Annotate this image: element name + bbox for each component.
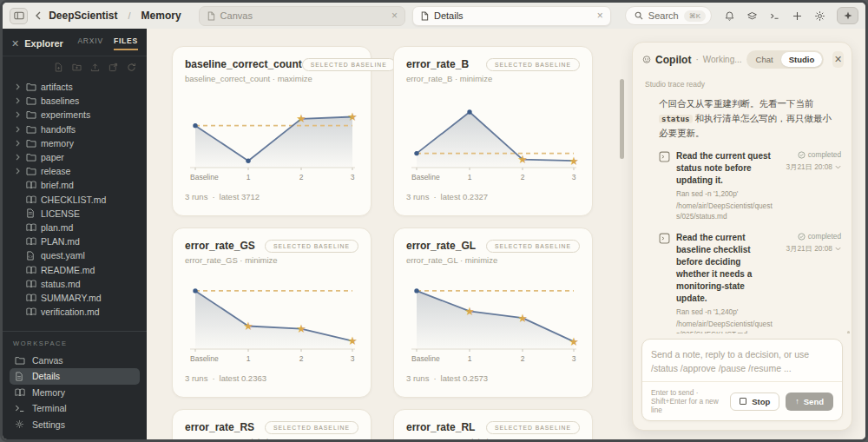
settings-button[interactable] xyxy=(814,10,825,22)
copilot-input-box[interactable]: Send a note, reply to a decision, or use… xyxy=(641,339,843,421)
tree-file-plan.md[interactable]: plan.md xyxy=(3,221,147,234)
copilot-toggle-button[interactable] xyxy=(837,7,858,24)
metric-card-baseline_correct_count[interactable]: baseline_correct_countSELECTED BASELINEb… xyxy=(172,46,372,216)
topbar-actions xyxy=(724,7,858,24)
copilot-status: Working... xyxy=(703,55,742,64)
tree-file-verification.md[interactable]: verification.md xyxy=(3,305,147,319)
plus-icon xyxy=(792,10,803,22)
metric-cards-grid: baseline_correct_countSELECTED BASELINEb… xyxy=(172,46,595,439)
folder-label: experiments xyxy=(41,109,90,120)
tree-folder-artifacts[interactable]: artifacts xyxy=(3,80,147,94)
message-text: 个回合又从零重建判断。先看一下当前 xyxy=(659,98,814,109)
workspace-item-terminal[interactable]: Terminal xyxy=(10,400,140,417)
point-marker xyxy=(193,123,197,128)
breadcrumb-app[interactable]: DeepScientist xyxy=(49,10,117,22)
task-detail: /home/air/DeepScientist/quests/025/statu… xyxy=(676,201,773,221)
x-axis-label: 2 xyxy=(521,354,525,363)
copilot-task-item[interactable]: Read the current quest status note befor… xyxy=(659,150,841,221)
terminal-button[interactable] xyxy=(769,10,780,22)
upload-button[interactable] xyxy=(90,63,100,72)
folder-icon xyxy=(26,125,36,134)
star-marker: ★ xyxy=(517,153,528,166)
folder-icon xyxy=(26,82,36,91)
notifications-button[interactable] xyxy=(724,10,735,22)
workspace-item-details[interactable]: Details xyxy=(10,368,140,385)
refresh-button[interactable] xyxy=(127,63,136,72)
point-marker xyxy=(414,151,418,155)
tree-folder-experiments[interactable]: experiments xyxy=(3,108,147,122)
stop-button[interactable]: Stop xyxy=(730,393,779,411)
tab-details-close-icon[interactable]: × xyxy=(597,10,603,22)
book-icon xyxy=(26,280,36,288)
explorer-close-icon[interactable]: ✕ xyxy=(11,38,19,49)
search-button[interactable]: Search ⌘K xyxy=(625,6,712,25)
workspace-item-settings[interactable]: Settings xyxy=(10,417,140,433)
layers-button[interactable] xyxy=(746,10,758,22)
new-item-button[interactable] xyxy=(792,10,803,22)
canvas-icon xyxy=(15,356,25,365)
x-axis-label: 3 xyxy=(351,173,355,181)
tab-files[interactable]: FILES xyxy=(114,36,138,50)
tree-file-README.md[interactable]: README.md xyxy=(3,262,147,276)
file-tree: artifactsbaselinesexperimentshandoffsmem… xyxy=(3,76,147,319)
main-scrollbar[interactable] xyxy=(620,79,624,159)
metric-card-error_rate_GL[interactable]: error_rate_GLSELECTED BASELINEerror_rate… xyxy=(393,228,593,398)
breadcrumb-section[interactable]: Memory xyxy=(141,10,181,22)
export-button[interactable] xyxy=(108,63,118,72)
metric-card-error_rate_B[interactable]: error_rate_BSELECTED BASELINEerror_rate_… xyxy=(393,46,593,216)
tree-file-PLAN.md[interactable]: PLAN.md xyxy=(3,234,147,248)
back-button[interactable] xyxy=(35,11,42,20)
task-expand-button[interactable] xyxy=(835,165,841,169)
book-icon xyxy=(26,237,36,246)
selected-baseline-badge: SELECTED BASELINE xyxy=(265,240,358,253)
workspace-label: WORKSPACE xyxy=(10,338,140,353)
new-file-button[interactable] xyxy=(54,63,63,72)
copilot-scrollbar[interactable] xyxy=(847,331,850,333)
copilot-tab-chat[interactable]: Chat xyxy=(748,52,781,67)
latest-value: latest 3712 xyxy=(220,192,260,201)
metric-card-footer: 3 runs·latest 3712 xyxy=(185,192,358,201)
copilot-input-placeholder[interactable]: Send a note, reply to a decision, or use… xyxy=(651,347,833,376)
workspace-item-memory[interactable]: Memory xyxy=(10,385,140,401)
stop-square-icon xyxy=(740,398,746,405)
sidebar-toggle-button[interactable] xyxy=(10,8,28,24)
tree-file-SUMMARY.md[interactable]: SUMMARY.md xyxy=(3,291,147,305)
task-expand-button[interactable] xyxy=(835,247,841,251)
tree-file-brief.md[interactable]: brief.md xyxy=(3,178,147,192)
copilot-tab-studio[interactable]: Studio xyxy=(781,52,823,67)
tab-canvas-close-icon[interactable]: × xyxy=(391,10,398,22)
copilot-close-button[interactable]: ✕ xyxy=(832,51,844,68)
tree-folder-baselines[interactable]: baselines xyxy=(3,94,147,108)
workspace-item-label: Memory xyxy=(32,387,65,398)
point-marker xyxy=(193,288,197,293)
new-folder-button[interactable] xyxy=(72,63,82,72)
metric-card-error_rate_RL[interactable]: error_rate_RLSELECTED BASELINEerror_rate… xyxy=(393,409,593,439)
tab-arxiv[interactable]: ARXIV xyxy=(77,36,103,50)
breadcrumb-separator: / xyxy=(125,10,135,21)
copilot-task-item[interactable]: Read the current baseline checklist befo… xyxy=(659,232,841,333)
tree-folder-memory[interactable]: memory xyxy=(3,136,147,150)
send-button[interactable]: ↑ Send xyxy=(786,393,833,411)
tree-file-status.md[interactable]: status.md xyxy=(3,277,147,291)
task-title: Read the current baseline checklist befo… xyxy=(676,232,773,305)
x-axis-label: 2 xyxy=(299,173,304,181)
tab-details[interactable]: Details × xyxy=(412,6,611,26)
task-terminal-icon xyxy=(659,151,670,162)
tree-folder-paper[interactable]: paper xyxy=(3,150,147,164)
search-icon xyxy=(635,11,643,20)
star-marker: ★ xyxy=(296,112,306,125)
chevron-left-icon xyxy=(35,11,42,20)
file-label: README.md xyxy=(41,265,95,275)
tab-canvas[interactable]: Canvas × xyxy=(199,6,405,26)
book-icon xyxy=(26,195,36,204)
tree-file-LICENSE[interactable]: LICENSE xyxy=(3,207,147,221)
workspace-item-canvas[interactable]: Canvas xyxy=(10,353,140,369)
metric-card-subtitle: error_rate_GS · minimize xyxy=(185,255,358,265)
export-icon xyxy=(108,63,118,72)
tree-folder-handoffs[interactable]: handoffs xyxy=(3,122,147,136)
tree-folder-release[interactable]: release xyxy=(3,164,147,178)
tree-file-CHECKLIST.md[interactable]: CHECKLIST.md xyxy=(3,193,147,207)
metric-card-error_rate_GS[interactable]: error_rate_GSSELECTED BASELINEerror_rate… xyxy=(172,228,372,398)
metric-card-error_rate_RS[interactable]: error_rate_RSSELECTED BASELINEerror_rate… xyxy=(172,409,372,439)
tree-file-quest.yaml[interactable]: quest.yaml xyxy=(3,248,147,262)
